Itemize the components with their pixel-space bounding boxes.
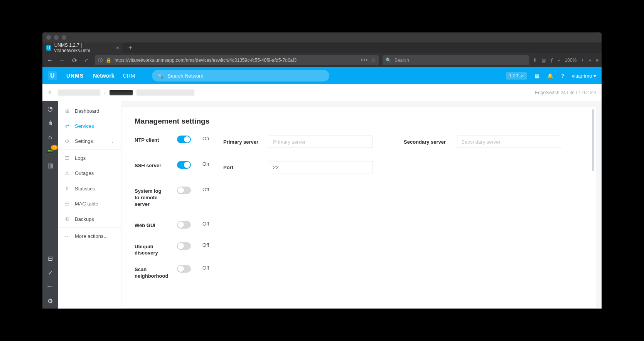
ssh-toggle[interactable] xyxy=(177,161,191,169)
window-titlebar xyxy=(42,32,602,42)
forward-button[interactable]: → xyxy=(58,57,66,64)
breadcrumb-site[interactable] xyxy=(58,90,100,96)
site-icon[interactable]: ⋔ xyxy=(48,90,54,96)
grid-icon: ⊞ xyxy=(64,108,70,114)
dashboard-rail-icon[interactable]: ◔ xyxy=(47,105,53,112)
breadcrumb-device[interactable] xyxy=(137,90,194,96)
top-nav: Network CRM xyxy=(93,73,135,79)
discovery-state: Off xyxy=(202,242,212,248)
toolbar-icons: ⬇ ▤ ƒ − 100% + » ≡ xyxy=(533,58,598,63)
settings-rail-icon[interactable]: ⚙ xyxy=(47,297,53,305)
secondary-server-input[interactable] xyxy=(457,136,561,148)
subnav-backups[interactable]: ⧉Backups xyxy=(58,211,121,227)
content-scrollbar[interactable] xyxy=(592,107,595,308)
logs-icon: ☰ xyxy=(64,155,70,161)
device-model: EdgeSwitch 24 Lite / 1.9.2-lite xyxy=(535,90,596,95)
breadcrumb-bar: ⋔ › EdgeSwitch 24 Lite / 1.9.2-lite xyxy=(42,84,602,101)
chevron-down-icon: ⌄ xyxy=(110,138,115,144)
nav-network[interactable]: Network xyxy=(93,73,114,79)
subnav-dashboard[interactable]: ⊞Dashboard xyxy=(58,103,121,119)
overflow-icon[interactable]: » xyxy=(588,58,591,63)
menu-icon[interactable]: ≡ xyxy=(596,58,598,63)
primary-server-label: Primary server xyxy=(223,139,262,145)
home-rail-icon[interactable]: ⌂ xyxy=(48,134,52,141)
chevron-down-icon: ▾ xyxy=(593,73,596,79)
zoom-out-button[interactable]: − xyxy=(558,58,560,63)
app-search[interactable]: 🔍 Search Network xyxy=(152,70,329,81)
close-window-icon[interactable] xyxy=(46,35,51,40)
nav-crm[interactable]: CRM xyxy=(123,73,135,79)
new-tab-button[interactable]: + xyxy=(123,42,137,53)
browser-tab[interactable]: U UNMS 1.2.7 | vitanetworks.unm × xyxy=(42,42,123,53)
browser-window: U UNMS 1.2.7 | vitanetworks.unm × + ← → … xyxy=(42,32,602,309)
row-ntp: NTP client On Primary server Secondary s… xyxy=(135,136,583,148)
services-icon: ⇄ xyxy=(64,123,70,129)
port-input[interactable] xyxy=(269,161,373,173)
gear-icon: ⚙ xyxy=(64,138,70,144)
url-bar[interactable]: ⓘ 🔒 https://vitanetworks.unmsapp.com/nms… xyxy=(95,55,379,65)
discover-rail-icon[interactable]: ⊟ xyxy=(48,255,53,262)
app-logo-icon[interactable]: U xyxy=(48,71,57,80)
subnav-more[interactable]: ⋯More actions... xyxy=(58,229,121,244)
subnav-outages[interactable]: ⚠Outages xyxy=(58,166,121,181)
help-icon[interactable]: ? xyxy=(561,73,564,79)
browser-search[interactable]: 🔍 Search xyxy=(383,55,529,65)
zoom-in-button[interactable]: + xyxy=(581,58,584,63)
calculator-icon[interactable]: ▦ xyxy=(535,73,539,79)
app-search-placeholder: Search Network xyxy=(167,73,203,79)
ntp-secondary-group: Secondary server xyxy=(404,136,561,148)
subnav-services[interactable]: ⇄Services xyxy=(58,119,121,134)
url-actions-icon[interactable]: ••• xyxy=(361,58,368,63)
reports-rail-icon[interactable]: ▥ xyxy=(47,162,53,169)
scan-state: Off xyxy=(202,265,212,271)
app-body: ◔ ⋔ ⌂ 📟44 ▥ ⊟ ✓ 〰 ⚙ ⊞Dashboard ⇄Services… xyxy=(42,101,602,309)
subnav-statistics[interactable]: ⫴Statistics xyxy=(58,181,121,196)
syslog-label: System log to remote server xyxy=(135,187,165,208)
app-topbar: U UNMS Network CRM 🔍 Search Network 1.2.… xyxy=(42,67,602,84)
subnav-mac-table[interactable]: ☷MAC table xyxy=(58,196,121,211)
maximize-window-icon[interactable] xyxy=(62,35,66,40)
tab-bar: U UNMS 1.2.7 | vitanetworks.unm × + xyxy=(42,42,602,53)
home-button[interactable]: ⌂ xyxy=(83,57,91,64)
library-icon[interactable]: ▤ xyxy=(541,58,546,63)
downloads-icon[interactable]: ⬇ xyxy=(533,58,537,63)
minimize-window-icon[interactable] xyxy=(54,35,59,40)
primary-server-input[interactable] xyxy=(269,136,373,148)
bell-icon[interactable]: 🔔 xyxy=(547,73,553,79)
back-button[interactable]: ← xyxy=(46,57,54,64)
ssh-label: SSH server xyxy=(135,161,165,169)
close-tab-icon[interactable]: × xyxy=(116,45,119,51)
search-icon: 🔍 xyxy=(386,58,391,63)
subnav-settings[interactable]: ⚙Settings⌄ xyxy=(58,134,121,149)
webgui-toggle[interactable] xyxy=(177,221,191,229)
scan-toggle[interactable] xyxy=(177,265,191,273)
discovery-toggle[interactable] xyxy=(177,242,191,250)
subnav-logs[interactable]: ☰Logs xyxy=(58,151,121,166)
app-brand: UNMS xyxy=(66,73,84,79)
top-right: 1.2.7 ✓ ▦ 🔔 ? vitaprimo ▾ xyxy=(506,72,596,80)
version-tag[interactable]: 1.2.7 ✓ xyxy=(506,72,527,80)
extension-icon[interactable]: ƒ xyxy=(550,58,553,63)
zoom-level: 100% xyxy=(565,58,577,63)
reload-button[interactable]: ⟳ xyxy=(70,57,79,64)
tasks-rail-icon[interactable]: ✓ xyxy=(48,269,53,277)
ntp-state: On xyxy=(202,136,212,141)
row-discovery: Ubiquiti discovery Off xyxy=(135,242,583,257)
copy-icon: ⧉ xyxy=(64,216,70,222)
ntp-toggle[interactable] xyxy=(177,136,191,143)
row-ssh: SSH server On Port xyxy=(135,161,583,173)
row-scan: Scan neighborhood Off xyxy=(135,265,583,280)
ssh-port-group: Port xyxy=(223,161,373,173)
row-webgui: Web GUI Off xyxy=(135,221,583,229)
webgui-label: Web GUI xyxy=(135,221,165,229)
syslog-toggle[interactable] xyxy=(177,187,191,194)
port-label: Port xyxy=(223,165,262,170)
topology-rail-icon[interactable]: ⋔ xyxy=(48,119,53,127)
page-title: Management settings xyxy=(135,117,583,126)
user-menu[interactable]: vitaprimo ▾ xyxy=(572,73,596,79)
device-thumb-icon xyxy=(110,90,133,95)
devices-rail-icon[interactable]: 📟44 xyxy=(46,148,54,155)
info-icon: ⓘ xyxy=(98,57,103,64)
activity-rail-icon[interactable]: 〰 xyxy=(47,283,53,290)
bookmark-icon[interactable]: ☆ xyxy=(371,58,376,63)
